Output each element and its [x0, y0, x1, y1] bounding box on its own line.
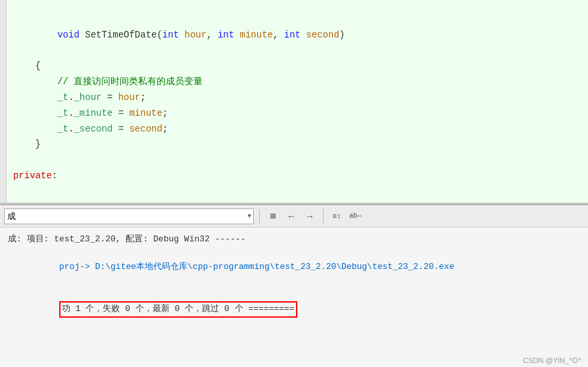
output-wrapper: 成: 项目: test_23_2.20, 配置: Debug Win32 ---…	[0, 228, 588, 367]
code-line-minute: _t._minute = minute;	[13, 106, 575, 122]
var-t-second: _t	[57, 124, 68, 134]
comma-1: ,	[207, 30, 218, 40]
member-minute: _minute	[74, 108, 112, 118]
close-paren: )	[339, 30, 345, 40]
toolbar-separator-1	[259, 209, 260, 224]
output-file-link[interactable]: proj-> D:\gitee本地代码仓库\cpp-programming\te…	[59, 262, 454, 272]
code-line-second: _t._second = second;	[13, 122, 575, 137]
var-t-hour: _t	[57, 92, 68, 103]
val-second: second	[129, 124, 162, 134]
keyword-private: private	[13, 170, 52, 181]
keyword-void: void	[57, 30, 80, 40]
forward-button[interactable]: →	[302, 208, 318, 224]
comma-2: ,	[273, 30, 284, 40]
code-line-close: }	[13, 137, 575, 153]
code-editor: void SetTimeOfDate(int hour, int minute,…	[0, 0, 588, 204]
keyword-int-2: int	[218, 30, 234, 40]
result-highlight: 功 1 个，失败 0 个，最新 0 个，跳过 0 个 =========	[59, 301, 297, 318]
code-line-comment: // 直接访问时间类私有的成员变量	[13, 74, 575, 90]
grid-button[interactable]: ⊞	[265, 208, 281, 224]
val-minute: minute	[129, 108, 162, 118]
code-line-private: private:	[13, 168, 575, 184]
member-second: _second	[74, 124, 112, 134]
sort-button[interactable]: ≡↕	[329, 208, 345, 224]
bottom-panel: 成 ⊞ ← → ≡↕ ab↔ 成: 项目: test_23_2.20, 配置: …	[0, 205, 588, 367]
output-filter-dropdown[interactable]: 成	[4, 208, 254, 224]
var-t-minute: _t	[57, 108, 68, 118]
output-line-2: proj-> D:\gitee本地代码仓库\cpp-programming\te…	[8, 247, 580, 287]
keyword-int-1: int	[162, 30, 179, 40]
param-second: second	[301, 30, 339, 40]
output-line-3: 功 1 个，失败 0 个，最新 0 个，跳过 0 个 =========	[8, 287, 580, 331]
member-hour: _hour	[74, 92, 101, 103]
line-number-bar	[0, 0, 7, 203]
code-line-1: void SetTimeOfDate(int hour, int minute,…	[13, 12, 575, 59]
val-hour: hour	[118, 92, 141, 103]
watermark: CSDN @YIN_^O^	[523, 356, 581, 364]
param-minute: minute	[234, 30, 273, 40]
param-hour: hour	[179, 30, 207, 40]
output-toolbar: 成 ⊞ ← → ≡↕ ab↔	[0, 205, 588, 228]
code-content: void SetTimeOfDate(int hour, int minute,…	[0, 7, 588, 189]
main-container: void SetTimeOfDate(int hour, int minute,…	[0, 0, 588, 367]
func-name: SetTimeOfDate(	[80, 30, 162, 40]
output-filter-wrapper: 成	[4, 208, 254, 224]
toolbar-separator-2	[323, 209, 324, 224]
output-log: 成: 项目: test_23_2.20, 配置: Debug Win32 ---…	[0, 228, 588, 367]
keyword-int-3: int	[284, 30, 301, 40]
code-line-empty	[13, 153, 575, 168]
output-line-1: 成: 项目: test_23_2.20, 配置: Debug Win32 ---…	[8, 233, 580, 247]
back-button[interactable]: ←	[283, 208, 299, 224]
ab-button[interactable]: ab↔	[347, 208, 363, 224]
code-line-hour: _t._hour = hour;	[13, 90, 575, 106]
code-line-2: {	[13, 59, 575, 74]
